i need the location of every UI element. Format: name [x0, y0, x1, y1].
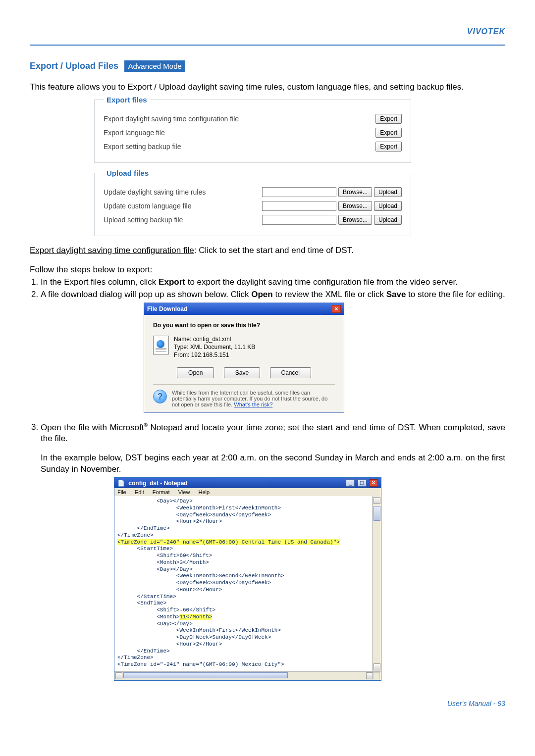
paragraph: Follow the steps below to export: — [30, 264, 505, 276]
cancel-button[interactable]: Cancel — [270, 367, 311, 378]
notepad-text-area[interactable]: <Day></Day> <WeekInMonth>First</WeekInMo… — [114, 496, 372, 671]
upload-row: Upload setting backup file Browse... Upl… — [104, 215, 402, 225]
divider — [30, 45, 505, 46]
page-footer: User's Manual - 93 — [30, 700, 505, 707]
export-row: Export setting backup file Export — [104, 142, 402, 151]
section-title: Export / Upload Files — [30, 61, 118, 71]
notepad-menu: File Edit Format View Help — [114, 488, 381, 496]
highlighted-text: 11</Month> — [179, 614, 212, 620]
export-row-label: Export setting backup file — [104, 143, 181, 151]
browse-button[interactable]: Browse... — [338, 187, 372, 197]
file-path-input[interactable] — [262, 201, 336, 211]
scroll-left-icon[interactable] — [115, 672, 122, 679]
file-path-input[interactable] — [262, 215, 336, 225]
step-item: A file download dialog will pop up as sh… — [41, 289, 505, 301]
notepad-titlebar: 📄 config_dst - Notepad _ □ × — [114, 478, 381, 488]
menu-edit[interactable]: Edit — [135, 489, 144, 495]
notepad-window: 📄 config_dst - Notepad _ □ × File Edit F… — [114, 477, 381, 681]
scroll-down-icon[interactable] — [374, 663, 380, 670]
whats-the-risk-link[interactable]: What's the risk? — [234, 402, 272, 407]
file-metadata: Name: config_dst.xml Type: XML Document,… — [174, 336, 255, 359]
export-button[interactable]: Export — [375, 114, 402, 124]
upload-button[interactable]: Upload — [374, 215, 402, 225]
export-files-fieldset: Export files Export daylight saving time… — [94, 96, 411, 163]
dialog-question: Do you want to open or save this file? — [153, 322, 335, 329]
upload-button[interactable]: Upload — [374, 201, 402, 211]
export-row: Export language file Export — [104, 128, 402, 138]
close-icon[interactable]: × — [369, 479, 378, 487]
upload-files-fieldset: Upload files Update daylight saving time… — [94, 169, 411, 236]
export-files-legend: Export files — [104, 96, 150, 104]
highlighted-text: <TimeZone id="-240" name="(GMT-06:00) Ce… — [117, 539, 340, 545]
file-icon — [153, 336, 169, 354]
upload-files-legend: Upload files — [104, 169, 152, 177]
section-heading: Export / Upload Files Advanced Mode — [30, 60, 505, 72]
close-icon[interactable]: × — [332, 305, 341, 313]
question-icon: ? — [153, 390, 167, 403]
menu-help[interactable]: Help — [198, 489, 210, 495]
step-item: In the Export files column, click Export… — [41, 277, 505, 288]
scroll-right-icon[interactable] — [366, 672, 373, 679]
open-button[interactable]: Open — [177, 367, 214, 378]
menu-view[interactable]: View — [178, 489, 190, 495]
upload-button[interactable]: Upload — [374, 187, 402, 197]
file-path-input[interactable] — [262, 187, 336, 197]
scroll-up-icon[interactable] — [374, 497, 380, 504]
paragraph: In the example below, DST begins each ye… — [41, 453, 505, 475]
dialog-title: File Download — [147, 305, 187, 312]
vertical-scrollbar[interactable] — [372, 496, 381, 671]
scroll-thumb[interactable] — [374, 506, 380, 521]
advanced-mode-badge: Advanced Mode — [124, 60, 185, 72]
horizontal-scrollbar[interactable] — [114, 671, 381, 680]
intro-paragraph: This feature allows you to Export / Uplo… — [30, 82, 505, 93]
export-upload-panel: Export files Export daylight saving time… — [94, 96, 411, 236]
browse-button[interactable]: Browse... — [338, 215, 372, 225]
paragraph: Export daylight saving time configuratio… — [30, 245, 505, 256]
export-button[interactable]: Export — [375, 128, 402, 138]
underlined-heading: Export daylight saving time configuratio… — [30, 246, 194, 255]
export-button[interactable]: Export — [375, 142, 402, 151]
upload-row: Update custom language file Browse... Up… — [104, 201, 402, 211]
export-row: Export daylight saving time configuratio… — [104, 114, 402, 124]
file-download-dialog: File Download × Do you want to open or s… — [144, 302, 344, 413]
upload-row: Update daylight saving time rules Browse… — [104, 187, 402, 197]
notepad-title: config_dst - Notepad — [128, 480, 187, 487]
menu-file[interactable]: File — [117, 489, 126, 495]
resize-grip-icon[interactable] — [373, 672, 380, 679]
upload-row-label: Upload setting backup file — [104, 216, 183, 224]
brand-label: VIVOTEK — [467, 27, 505, 36]
minimize-icon[interactable]: _ — [346, 479, 355, 487]
upload-row-label: Update custom language file — [104, 202, 191, 210]
dialog-warning: ? While files from the Internet can be u… — [153, 384, 335, 407]
upload-row-label: Update daylight saving time rules — [104, 188, 206, 196]
browse-button[interactable]: Browse... — [338, 201, 372, 211]
step-item: Open the file with Microsoft® Notepad an… — [41, 422, 505, 445]
save-button[interactable]: Save — [224, 367, 260, 378]
maximize-icon[interactable]: □ — [358, 479, 367, 487]
menu-format[interactable]: Format — [153, 489, 170, 495]
scroll-thumb[interactable] — [123, 672, 288, 678]
export-row-label: Export language file — [104, 129, 165, 137]
export-row-label: Export daylight saving time configuratio… — [104, 115, 239, 123]
notepad-icon: 📄 — [117, 480, 125, 487]
dialog-titlebar: File Download × — [144, 303, 344, 315]
